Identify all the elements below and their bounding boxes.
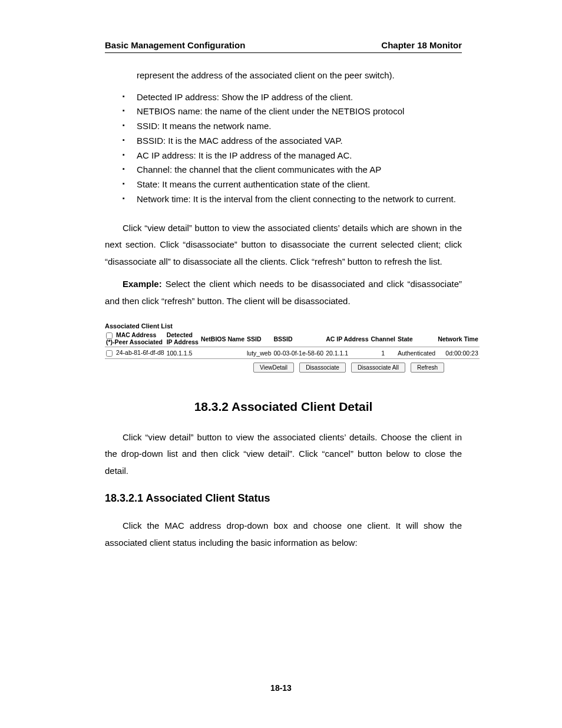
screenshot-title: Associated Client List: [105, 322, 444, 330]
bullet-item: Network time: It is the interval from th…: [105, 192, 462, 207]
col-mac: MAC Address (*)-Peer Associated: [105, 331, 166, 347]
col-mac-line2: (*)-Peer Associated: [106, 338, 163, 345]
col-channel: Channel: [369, 331, 396, 347]
button-row: ViewDetail Disassociate Disassociate All…: [105, 363, 444, 373]
bullet-item: Detected IP address: Show the IP address…: [105, 90, 462, 105]
cell-ip: 100.1.1.5: [166, 347, 200, 359]
disassociate-all-button[interactable]: Disassociate All: [351, 363, 405, 373]
subsection-heading: 18.3.2.1 Associated Client Status: [105, 492, 462, 505]
body: represent the address of the associated …: [105, 67, 462, 551]
bullet-item: NETBIOS name: the name of the client und…: [105, 104, 462, 119]
col-ip-line1: Detected: [167, 331, 193, 338]
table-header-row: MAC Address (*)-Peer Associated Detected…: [105, 331, 480, 347]
header-left: Basic Management Configuration: [105, 40, 245, 50]
page-number: 18-13: [0, 683, 562, 693]
client-table: MAC Address (*)-Peer Associated Detected…: [105, 331, 480, 359]
cell-mac-text: 24-ab-81-6f-df-d8: [116, 349, 164, 356]
paragraph: Click “view detail” button to view the a…: [105, 429, 462, 480]
col-ssid: SSID: [246, 331, 272, 347]
cell-bssid: 00-03-0f-1e-58-60: [272, 347, 325, 359]
cell-mac: 24-ab-81-6f-df-d8: [105, 347, 166, 359]
cell-nettime: 0d:00:00:23: [437, 347, 480, 359]
header-right: Chapter 18 Monitor: [381, 40, 462, 50]
refresh-button[interactable]: Refresh: [411, 363, 444, 373]
bullet-list: Detected IP address: Show the IP address…: [105, 90, 462, 207]
bullet-item: AC IP address: It is the IP address of t…: [105, 149, 462, 163]
cell-acip: 20.1.1.1: [325, 347, 369, 359]
screenshot-associated-client-list: Associated Client List MAC Address (*)-P…: [105, 322, 444, 373]
example-paragraph: Example: Select the client which needs t…: [105, 276, 462, 309]
bullet-item: Channel: the channel that the client com…: [105, 163, 462, 177]
col-ip-line2: IP Address: [167, 338, 199, 345]
col-netbios: NetBIOS Name: [200, 331, 246, 347]
col-bssid: BSSID: [272, 331, 325, 347]
cell-channel: 1: [369, 347, 396, 359]
col-state: State: [396, 331, 437, 347]
view-detail-button[interactable]: ViewDetail: [253, 363, 294, 373]
continuation-line: represent the address of the associated …: [105, 67, 462, 84]
bullet-item: SSID: It means the network name.: [105, 119, 462, 134]
paragraph: Click the MAC address drop-down box and …: [105, 518, 462, 551]
col-ip: Detected IP Address: [166, 331, 200, 347]
section-heading: 18.3.2 Associated Client Detail: [105, 400, 462, 414]
table-row[interactable]: 24-ab-81-6f-df-d8 100.1.1.5 luty_web 00-…: [105, 347, 480, 359]
col-acip: AC IP Address: [325, 331, 369, 347]
example-label: Example:: [123, 279, 162, 289]
row-checkbox[interactable]: [106, 350, 113, 357]
cell-ssid: luty_web: [246, 347, 272, 359]
cell-netbios: [200, 347, 246, 359]
col-mac-line1: MAC Address: [116, 331, 156, 338]
page: Basic Management Configuration Chapter 1…: [0, 0, 562, 728]
disassociate-button[interactable]: Disassociate: [299, 363, 346, 373]
bullet-item: State: It means the current authenticati…: [105, 177, 462, 192]
col-nettime: Network Time: [437, 331, 480, 347]
cell-state: Authenticated: [396, 347, 437, 359]
running-header: Basic Management Configuration Chapter 1…: [105, 40, 462, 53]
bullet-item: BSSID: It is the MAC address of the asso…: [105, 134, 462, 149]
paragraph: Click “view detail” button to view the a…: [105, 220, 462, 271]
